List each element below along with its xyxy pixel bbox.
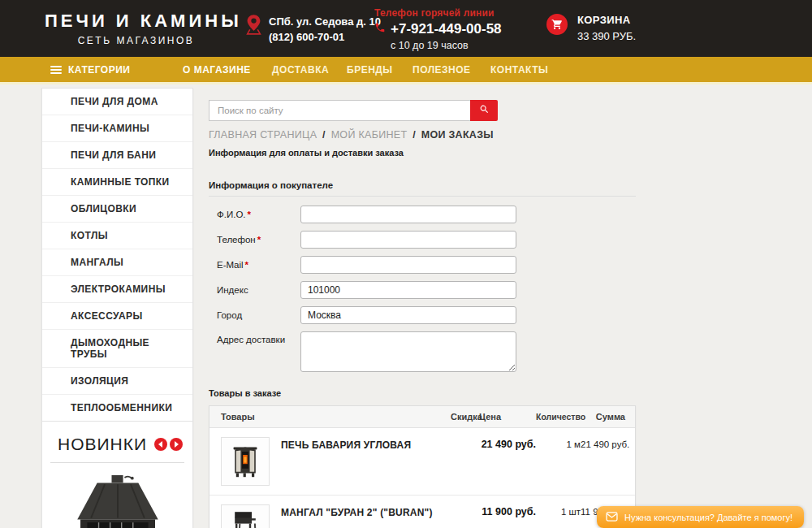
- arrow-right-icon: [175, 441, 179, 448]
- main-content: ГЛАВНАЯ СТРАНИЦА / МОЙ КАБИНЕТ / МОИ ЗАК…: [209, 100, 636, 528]
- zip-field[interactable]: [300, 281, 516, 299]
- location-pin-icon: [246, 14, 261, 45]
- nav-item-categories[interactable]: КАТЕГОРИИ: [50, 57, 130, 82]
- product-image-stove[interactable]: [221, 437, 270, 486]
- nav-item-brands[interactable]: БРЕНДЫ: [347, 57, 393, 82]
- logo-title: ПЕЧИ И КАМИНЫ: [45, 11, 227, 32]
- cart-total: 33 390 РУБ.: [577, 28, 636, 45]
- cart-label: КОРЗИНА: [577, 12, 636, 28]
- sidebar-item-dymohodnye-truby[interactable]: ДЫМОХОДНЫЕ ТРУБЫ: [42, 329, 192, 367]
- city-field[interactable]: [300, 306, 516, 324]
- chat-text: Нужна консультация? Давайте я помогу!: [624, 513, 793, 522]
- phone-label: Телефон*: [217, 235, 300, 245]
- email-field[interactable]: [300, 256, 516, 274]
- hamburger-icon: [50, 66, 62, 74]
- address-line1: СПб. ул. Седова д. 10: [269, 14, 381, 29]
- sidebar-item-teploobmenniki[interactable]: ТЕПЛООБМЕННИКИ: [42, 394, 192, 421]
- sidebar-item-izolyaciya[interactable]: ИЗОЛЯЦИЯ: [42, 367, 192, 394]
- form-row-fio: Ф.И.О.*: [209, 206, 636, 223]
- column-header-discount: Скидка: [451, 412, 479, 422]
- novelties-widget: НОВИНКИ: [41, 421, 193, 528]
- sidebar-item-mangaly[interactable]: МАНГАЛЫ: [42, 249, 192, 275]
- sidebar-item-kotly[interactable]: КОТЛЫ: [42, 222, 192, 249]
- novelties-title: НОВИНКИ: [58, 435, 147, 454]
- hotline-block: Телефон горячей линии +7-921-449-00-58 с…: [374, 7, 502, 51]
- table-row: МАНГАЛ "БУРАН 2" ("BURAN") 11 900 руб. 1…: [209, 495, 635, 528]
- product-price: 11 900 руб.: [479, 504, 536, 517]
- chat-widget[interactable]: Нужна консультация? Давайте я помогу!: [597, 506, 804, 528]
- fio-label: Ф.И.О.*: [217, 210, 300, 219]
- column-header-quantity: Количество: [536, 412, 581, 422]
- phone-field[interactable]: [300, 231, 516, 249]
- breadcrumb-cabinet[interactable]: МОЙ КАБИНЕТ: [331, 129, 408, 141]
- breadcrumb-home[interactable]: ГЛАВНАЯ СТРАНИЦА: [209, 129, 317, 141]
- zip-label: Индекс: [217, 285, 300, 295]
- email-label: E-Mail*: [217, 260, 300, 270]
- nav-item-delivery[interactable]: ДОСТАВКА: [272, 57, 329, 82]
- product-sum: 21 490 руб.: [581, 437, 629, 449]
- product-quantity: 1 шт: [536, 504, 581, 517]
- form-section-title: Информация о покупателе: [209, 180, 636, 197]
- form-row-phone: Телефон*: [209, 231, 636, 249]
- column-header-products: Товары: [221, 412, 451, 422]
- column-header-price: Цена: [479, 412, 536, 422]
- nav-item-about[interactable]: О МАГАЗИНЕ: [183, 57, 251, 82]
- city-label: Город: [217, 310, 300, 320]
- fio-field[interactable]: [300, 206, 516, 223]
- product-price: 21 490 руб.: [479, 437, 536, 450]
- search-bar: [209, 100, 636, 121]
- site-header: ПЕЧИ И КАМИНЫ СЕТЬ МАГАЗИНОВ СПб. ул. Се…: [0, 0, 812, 57]
- product-image-mangal[interactable]: [221, 504, 270, 528]
- novelty-product-image[interactable]: [68, 474, 167, 528]
- product-name[interactable]: МАНГАЛ "БУРАН 2" ("BURAN"): [281, 504, 433, 528]
- sidebar-item-pechi-kaminy[interactable]: ПЕЧИ-КАМИНЫ: [42, 115, 192, 141]
- hotline-hours: с 10 до 19 часов: [374, 40, 502, 51]
- form-row-address: Адрес доставки: [209, 331, 636, 372]
- sidebar-item-pechi-dlya-bani[interactable]: ПЕЧИ ДЛЯ БАНИ: [42, 141, 192, 168]
- cart-widget[interactable]: КОРЗИНА 33 390 РУБ.: [546, 12, 636, 45]
- divider: [50, 462, 184, 463]
- next-arrow-button[interactable]: [170, 438, 183, 451]
- hotline-phone-number: +7-921-449-00-58: [391, 21, 502, 37]
- order-items-table: Товары Скидка Цена Количество Сумма: [209, 405, 636, 528]
- nav-item-contacts[interactable]: КОНТАКТЫ: [490, 57, 548, 82]
- breadcrumb-current: МОИ ЗАКАЗЫ: [421, 129, 494, 141]
- form-row-email: E-Mail*: [209, 256, 636, 274]
- sidebar-item-pechi-dlya-doma[interactable]: ПЕЧИ ДЛЯ ДОМА: [42, 89, 192, 115]
- hotline-phone[interactable]: +7-921-449-00-58: [374, 21, 502, 37]
- search-input[interactable]: [209, 100, 470, 121]
- address-line2: (812) 600-70-01: [269, 29, 381, 45]
- category-menu: ПЕЧИ ДЛЯ ДОМА ПЕЧИ-КАМИНЫ ПЕЧИ ДЛЯ БАНИ …: [41, 88, 193, 422]
- search-button[interactable]: [470, 100, 498, 121]
- cart-icon: [546, 14, 568, 35]
- breadcrumb: ГЛАВНАЯ СТРАНИЦА / МОЙ КАБИНЕТ / МОИ ЗАК…: [209, 129, 636, 141]
- search-icon: [479, 104, 490, 117]
- form-row-zip: Индекс: [209, 281, 636, 299]
- product-quantity: 1 м: [536, 437, 581, 449]
- hotline-title: Телефон горячей линии: [374, 7, 502, 19]
- page-info-line: Информация для оплаты и доставки заказа: [209, 148, 636, 158]
- product-name[interactable]: ПЕЧЬ БАВАРИЯ УГЛОВАЯ: [281, 437, 411, 486]
- logo-subtitle: СЕТЬ МАГАЗИНОВ: [45, 35, 227, 46]
- delivery-address-field[interactable]: [300, 331, 516, 372]
- main-nav: КАТЕГОРИИ О МАГАЗИНЕ ДОСТАВКА БРЕНДЫ ПОЛ…: [0, 57, 812, 84]
- store-address: СПб. ул. Седова д. 10 (812) 600-70-01: [246, 14, 381, 45]
- sidebar-item-kaminnye-topki[interactable]: КАМИННЫЕ ТОПКИ: [42, 168, 192, 195]
- chat-icon: [606, 512, 618, 523]
- phone-icon: [374, 21, 386, 37]
- order-items-title: Товары в заказе: [209, 388, 636, 398]
- arrow-left-icon: [158, 441, 162, 448]
- nav-item-useful[interactable]: ПОЛЕЗНОЕ: [412, 57, 471, 82]
- delivery-address-label: Адрес доставки: [217, 331, 300, 344]
- prev-arrow-button[interactable]: [154, 438, 167, 451]
- site-logo[interactable]: ПЕЧИ И КАМИНЫ СЕТЬ МАГАЗИНОВ: [45, 11, 227, 46]
- column-header-sum: Сумма: [581, 412, 625, 422]
- customer-info-form: Информация о покупателе Ф.И.О.* Телефон*…: [209, 180, 636, 372]
- sidebar-item-aksessuary[interactable]: АКСЕССУАРЫ: [42, 302, 192, 329]
- table-header-row: Товары Скидка Цена Количество Сумма: [209, 406, 635, 428]
- sidebar-item-oblicovki[interactable]: ОБЛИЦОВКИ: [42, 195, 192, 222]
- table-row: ПЕЧЬ БАВАРИЯ УГЛОВАЯ 21 490 руб. 1 м 21 …: [209, 428, 635, 495]
- form-row-city: Город: [209, 306, 636, 324]
- sidebar-item-elektrokaminy[interactable]: ЭЛЕКТРОКАМИНЫ: [42, 275, 192, 302]
